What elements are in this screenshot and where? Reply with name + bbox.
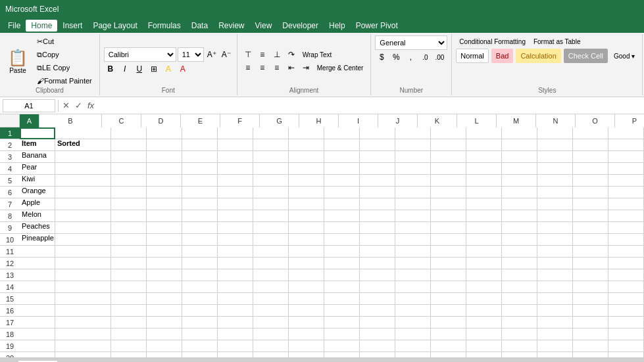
cell-O15[interactable]: [537, 293, 573, 305]
cell-D5[interactable]: [147, 175, 182, 187]
cell-F16[interactable]: [218, 305, 253, 317]
row-header-12[interactable]: 12: [0, 258, 20, 269]
cell-J13[interactable]: [360, 269, 395, 281]
cell-K17[interactable]: [395, 317, 431, 328]
cell-L10[interactable]: [431, 234, 466, 246]
cell-M3[interactable]: [466, 151, 502, 163]
cell-H2[interactable]: [289, 139, 324, 151]
cell-A6[interactable]: Orange: [20, 187, 55, 198]
cell-K10[interactable]: [395, 234, 431, 246]
cell-I16[interactable]: [324, 305, 360, 317]
col-header-L[interactable]: L: [457, 114, 497, 127]
cell-G17[interactable]: [253, 317, 289, 328]
cell-D3[interactable]: [147, 151, 182, 163]
cell-J10[interactable]: [360, 234, 395, 246]
cell-I2[interactable]: [324, 139, 360, 151]
currency-button[interactable]: $: [375, 51, 388, 63]
cell-A11[interactable]: [20, 246, 55, 258]
col-header-P[interactable]: P: [615, 114, 644, 127]
cell-C17[interactable]: [111, 317, 147, 328]
cell-M10[interactable]: [466, 234, 502, 246]
menu-help[interactable]: Help: [324, 20, 351, 32]
cell-J19[interactable]: [360, 340, 395, 352]
cell-Q15[interactable]: [608, 293, 644, 305]
format-as-table-button[interactable]: Format as Table: [530, 35, 584, 47]
cell-F9[interactable]: [218, 222, 253, 234]
cell-K8[interactable]: [395, 210, 431, 222]
cell-M13[interactable]: [466, 269, 502, 281]
cell-O3[interactable]: [537, 151, 573, 163]
cell-A5[interactable]: Kiwi: [20, 175, 55, 187]
cell-J4[interactable]: [360, 163, 395, 175]
cell-P7[interactable]: [573, 198, 608, 210]
cell-E8[interactable]: [182, 210, 218, 222]
cell-D15[interactable]: [147, 293, 182, 305]
cell-Q19[interactable]: [608, 340, 644, 352]
col-header-G[interactable]: G: [260, 114, 299, 127]
cell-I14[interactable]: [324, 281, 360, 293]
conditional-formatting-button[interactable]: Conditional Formatting: [456, 35, 529, 47]
menu-file[interactable]: File: [3, 20, 26, 32]
cell-K18[interactable]: [395, 328, 431, 340]
col-header-J[interactable]: J: [378, 114, 418, 127]
cell-O13[interactable]: [537, 269, 573, 281]
cell-M15[interactable]: [466, 293, 502, 305]
cell-L9[interactable]: [431, 222, 466, 234]
cell-N13[interactable]: [502, 269, 537, 281]
cell-A14[interactable]: [20, 281, 55, 293]
align-left-button[interactable]: ≡: [241, 62, 255, 74]
cell-K12[interactable]: [395, 258, 431, 269]
cell-D9[interactable]: [147, 222, 182, 234]
cell-Q1[interactable]: [608, 127, 644, 139]
col-header-D[interactable]: D: [141, 114, 181, 127]
cell-J14[interactable]: [360, 281, 395, 293]
cell-P17[interactable]: [573, 317, 608, 328]
cell-G14[interactable]: [253, 281, 289, 293]
row-header-10[interactable]: 10: [0, 234, 20, 246]
cell-A10[interactable]: Pineapple: [20, 234, 55, 246]
cell-F13[interactable]: [218, 269, 253, 281]
cell-B16[interactable]: [55, 305, 111, 317]
cell-Q2[interactable]: [608, 139, 644, 151]
cell-C15[interactable]: [111, 293, 147, 305]
cell-F6[interactable]: [218, 187, 253, 198]
cell-C10[interactable]: [111, 234, 147, 246]
cell-H9[interactable]: [289, 222, 324, 234]
cell-M12[interactable]: [466, 258, 502, 269]
cell-H20[interactable]: [289, 352, 324, 357]
cell-G1[interactable]: [253, 127, 289, 139]
cell-M6[interactable]: [466, 187, 502, 198]
cell-O2[interactable]: [537, 139, 573, 151]
cell-L8[interactable]: [431, 210, 466, 222]
cell-J9[interactable]: [360, 222, 395, 234]
cell-D12[interactable]: [147, 258, 182, 269]
number-format-select[interactable]: General: [375, 35, 447, 50]
cell-G6[interactable]: [253, 187, 289, 198]
cell-N7[interactable]: [502, 198, 537, 210]
confirm-formula-icon[interactable]: ✓: [74, 99, 84, 112]
cell-K13[interactable]: [395, 269, 431, 281]
cell-G12[interactable]: [253, 258, 289, 269]
cell-H1[interactable]: [289, 127, 324, 139]
cell-N15[interactable]: [502, 293, 537, 305]
underline-button[interactable]: U: [133, 63, 146, 75]
cell-P5[interactable]: [573, 175, 608, 187]
cell-I3[interactable]: [324, 151, 360, 163]
cell-O17[interactable]: [537, 317, 573, 328]
cell-F7[interactable]: [218, 198, 253, 210]
cell-N5[interactable]: [502, 175, 537, 187]
cell-F8[interactable]: [218, 210, 253, 222]
menu-review[interactable]: Review: [213, 20, 249, 32]
cell-A13[interactable]: [20, 269, 55, 281]
decrease-decimal-button[interactable]: .00: [433, 51, 446, 63]
cell-E7[interactable]: [182, 198, 218, 210]
cell-Q14[interactable]: [608, 281, 644, 293]
cell-H10[interactable]: [289, 234, 324, 246]
cell-N6[interactable]: [502, 187, 537, 198]
cell-P3[interactable]: [573, 151, 608, 163]
cell-C5[interactable]: [111, 175, 147, 187]
cell-J11[interactable]: [360, 246, 395, 258]
cell-N18[interactable]: [502, 328, 537, 340]
cell-E16[interactable]: [182, 305, 218, 317]
style-bad[interactable]: Bad: [491, 49, 514, 63]
